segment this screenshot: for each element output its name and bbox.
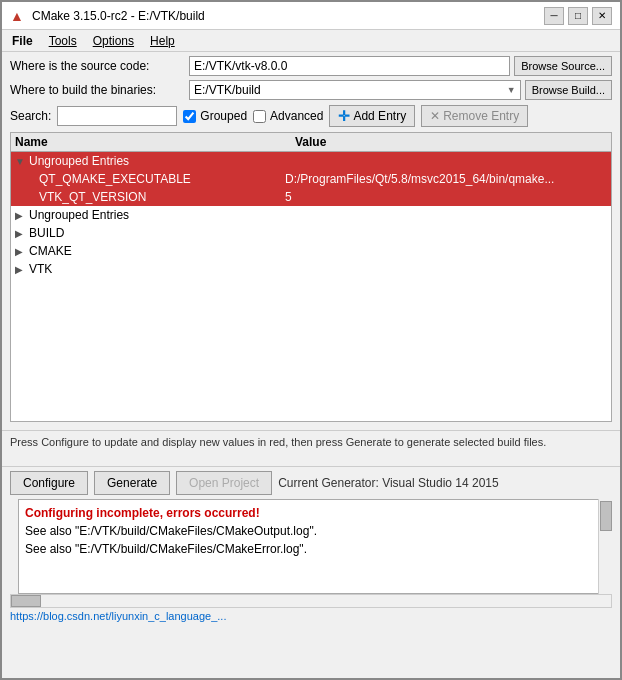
log-line-3: See also "E:/VTK/build/CMakeFiles/CMakeE… — [25, 540, 597, 558]
group-row-build[interactable]: ▶ BUILD — [11, 224, 611, 242]
build-row: Where to build the binaries: E:/VTK/buil… — [10, 80, 612, 100]
log-area[interactable]: Configuring incomplete, errors occurred!… — [18, 499, 604, 594]
expand-icon-cmake: ▶ — [15, 246, 29, 257]
remove-icon: ✕ — [430, 109, 440, 123]
add-entry-button[interactable]: ✛ Add Entry — [329, 105, 415, 127]
hscroll-thumb[interactable] — [11, 595, 41, 607]
remove-entry-button[interactable]: ✕ Remove Entry — [421, 105, 528, 127]
bottom-scrollbar[interactable] — [10, 594, 612, 608]
log-error-text: Configuring incomplete, errors occurred! — [25, 506, 260, 520]
source-input[interactable] — [189, 56, 510, 76]
menu-file[interactable]: File — [6, 32, 39, 50]
configure-button[interactable]: Configure — [10, 471, 88, 495]
source-row: Where is the source code: Browse Source.… — [10, 56, 612, 76]
open-project-button[interactable]: Open Project — [176, 471, 272, 495]
log-scrollbar[interactable] — [598, 499, 612, 594]
advanced-label: Advanced — [270, 109, 323, 123]
group-row-ungrouped-2[interactable]: ▶ Ungrouped Entries — [11, 206, 611, 224]
entry-name-qmake: QT_QMAKE_EXECUTABLE — [15, 172, 285, 186]
status-url: https://blog.csdn.net/liyunxin_c_languag… — [2, 608, 620, 624]
group-ungrouped-entries-1: ▼ Ungrouped Entries QT_QMAKE_EXECUTABLE … — [11, 152, 611, 206]
add-icon: ✛ — [338, 108, 350, 124]
window-title: CMake 3.15.0-rc2 - E:/VTK/build — [32, 9, 205, 23]
table-row[interactable]: VTK_QT_VERSION 5 — [11, 188, 611, 206]
grouped-checkbox-group: Grouped — [183, 109, 247, 123]
group-label-cmake: CMAKE — [29, 244, 299, 258]
cmake-table[interactable]: Name Value ▼ Ungrouped Entries QT_QMAKE_… — [10, 132, 612, 422]
log-normal-text-2: See also "E:/VTK/build/CMakeFiles/CMakeE… — [25, 542, 307, 556]
log-container: Configuring incomplete, errors occurred!… — [10, 499, 612, 594]
log-line-1: Configuring incomplete, errors occurred! — [25, 504, 597, 522]
menu-bar: File Tools Options Help — [2, 30, 620, 52]
expand-icon-build: ▶ — [15, 228, 29, 239]
status-text: Press Configure to update and display ne… — [2, 430, 620, 466]
action-buttons-bar: Configure Generate Open Project Current … — [2, 466, 620, 499]
minimize-button[interactable]: ─ — [544, 7, 564, 25]
table-header: Name Value — [11, 133, 611, 152]
entry-name-qtver: VTK_QT_VERSION — [15, 190, 285, 204]
remove-entry-label: Remove Entry — [443, 109, 519, 123]
table-row[interactable]: QT_QMAKE_EXECUTABLE D:/ProgramFiles/Qt/5… — [11, 170, 611, 188]
grouped-label: Grouped — [200, 109, 247, 123]
advanced-checkbox[interactable] — [253, 110, 266, 123]
group-vtk: ▶ VTK — [11, 260, 611, 278]
combo-arrow-icon: ▼ — [507, 85, 516, 95]
status-message: Press Configure to update and display ne… — [10, 436, 546, 448]
expand-icon-2: ▶ — [15, 210, 29, 221]
entry-value-qtver: 5 — [285, 190, 607, 204]
build-label: Where to build the binaries: — [10, 83, 185, 97]
build-combo-value: E:/VTK/build — [194, 83, 261, 97]
group-build: ▶ BUILD — [11, 224, 611, 242]
build-combo[interactable]: E:/VTK/build ▼ — [189, 80, 521, 100]
expand-icon-vtk: ▶ — [15, 264, 29, 275]
main-content: Where is the source code: Browse Source.… — [2, 52, 620, 430]
source-label: Where is the source code: — [10, 59, 185, 73]
group-cmake: ▶ CMAKE — [11, 242, 611, 260]
log-normal-text-1: See also "E:/VTK/build/CMakeFiles/CMakeO… — [25, 524, 317, 538]
browse-source-button[interactable]: Browse Source... — [514, 56, 612, 76]
col-value-header: Value — [295, 135, 607, 149]
maximize-button[interactable]: □ — [568, 7, 588, 25]
search-label: Search: — [10, 109, 51, 123]
close-button[interactable]: ✕ — [592, 7, 612, 25]
grouped-checkbox[interactable] — [183, 110, 196, 123]
menu-options[interactable]: Options — [87, 32, 140, 50]
group-label-vtk: VTK — [29, 262, 299, 276]
group-label-build: BUILD — [29, 226, 299, 240]
entry-value-qmake: D:/ProgramFiles/Qt/5.8/msvc2015_64/bin/q… — [285, 172, 607, 186]
add-entry-label: Add Entry — [353, 109, 406, 123]
group-label-ungrouped: Ungrouped Entries — [29, 154, 299, 168]
group-label-ungrouped-2: Ungrouped Entries — [29, 208, 299, 222]
menu-tools[interactable]: Tools — [43, 32, 83, 50]
browse-build-button[interactable]: Browse Build... — [525, 80, 612, 100]
generate-button[interactable]: Generate — [94, 471, 170, 495]
app-icon: ▲ — [10, 8, 26, 24]
advanced-checkbox-group: Advanced — [253, 109, 323, 123]
group-ungrouped-entries-2: ▶ Ungrouped Entries — [11, 206, 611, 224]
scrollbar-thumb[interactable] — [600, 501, 612, 531]
menu-help[interactable]: Help — [144, 32, 181, 50]
col-name-header: Name — [15, 135, 295, 149]
search-input[interactable] — [57, 106, 177, 126]
group-row-vtk[interactable]: ▶ VTK — [11, 260, 611, 278]
group-row-cmake[interactable]: ▶ CMAKE — [11, 242, 611, 260]
title-bar: ▲ CMake 3.15.0-rc2 - E:/VTK/build ─ □ ✕ — [2, 2, 620, 30]
expand-icon: ▼ — [15, 156, 29, 167]
group-row-ungrouped[interactable]: ▼ Ungrouped Entries — [11, 152, 611, 170]
log-line-2: See also "E:/VTK/build/CMakeFiles/CMakeO… — [25, 522, 597, 540]
search-bar: Search: Grouped Advanced ✛ Add Entry ✕ R… — [10, 104, 612, 128]
generator-text: Current Generator: Visual Studio 14 2015 — [278, 476, 499, 490]
